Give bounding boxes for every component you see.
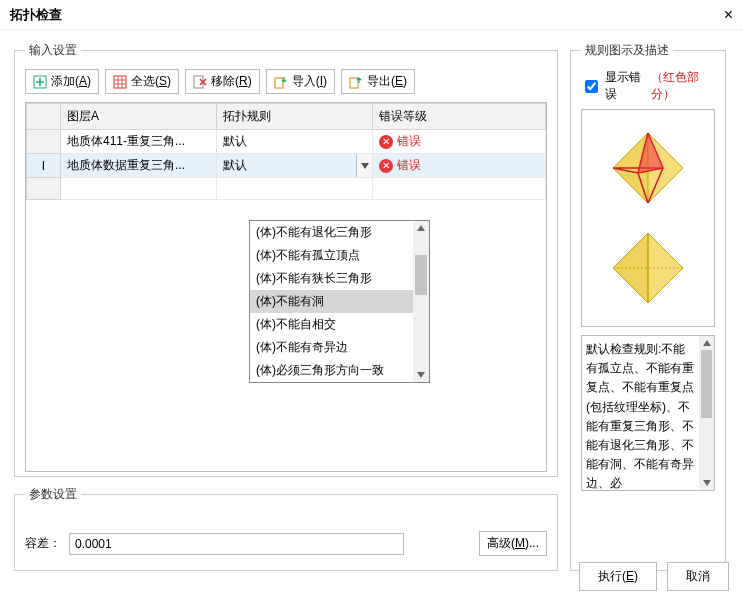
rule-description: 默认检查规则:不能有孤立点、不能有重复点、不能有重复点(包括纹理坐标)、不能有重…	[581, 335, 715, 491]
input-settings-group: 输入设置 添加(A) 全选(S)	[14, 42, 558, 477]
rule-dropdown[interactable]: (体)不能有退化三角形(体)不能有孤立顶点(体)不能有狭长三角形(体)不能有洞(…	[249, 220, 430, 383]
dialog-window: 拓扑检查 × 输入设置 添加(A) 全选(S)	[0, 0, 743, 603]
error-text: 错误	[397, 133, 421, 150]
svg-rect-3	[275, 78, 283, 88]
advanced-label: 高级(M)...	[487, 535, 539, 552]
description-scrollbar[interactable]	[699, 336, 714, 490]
param-settings-legend: 参数设置	[25, 486, 81, 503]
dropdown-item[interactable]: (体)不能有退化三角形	[250, 221, 413, 244]
add-label: 添加(A)	[51, 73, 91, 90]
plain-polyhedron-icon	[608, 228, 688, 308]
svg-rect-1	[114, 76, 126, 88]
cell-layer[interactable]: 地质体411-重复三角...	[61, 130, 217, 154]
error-text: 错误	[397, 157, 421, 174]
dropdown-item[interactable]: (体)不能有洞	[250, 290, 413, 313]
dropdown-item[interactable]: (体)不能有奇异边	[250, 336, 413, 359]
dropdown-item[interactable]: (体)必须三角形方向一致	[250, 359, 413, 382]
scroll-up-icon[interactable]	[413, 221, 429, 235]
plus-icon	[33, 75, 47, 89]
execute-label: 执行(E)	[598, 568, 638, 585]
rule-dropdown-list: (体)不能有退化三角形(体)不能有孤立顶点(体)不能有狭长三角形(体)不能有洞(…	[250, 221, 413, 382]
cell-level[interactable]: ✕错误	[373, 130, 546, 154]
dropdown-item[interactable]: (体)不能有孤立顶点	[250, 244, 413, 267]
add-button[interactable]: 添加(A)	[25, 69, 99, 94]
tolerance-row: 容差： 高级(M)...	[25, 531, 547, 556]
import-icon	[274, 75, 288, 89]
input-settings-legend: 输入设置	[25, 42, 81, 59]
error-icon: ✕	[379, 135, 393, 149]
col-rowhead[interactable]	[27, 104, 61, 130]
show-error-suffix: （红色部分）	[651, 69, 715, 103]
error-polyhedron-icon	[608, 128, 688, 208]
scroll-track[interactable]	[413, 295, 429, 368]
error-icon: ✕	[379, 159, 393, 173]
select-all-label: 全选(S)	[131, 73, 171, 90]
select-all-button[interactable]: 全选(S)	[105, 69, 179, 94]
cell-level[interactable]: ✕错误	[373, 154, 546, 178]
export-button[interactable]: 导出(E)	[341, 69, 415, 94]
rule-preview	[581, 109, 715, 327]
tolerance-input[interactable]	[69, 533, 404, 555]
desc-scroll-up-icon[interactable]	[699, 336, 714, 350]
show-error-checkbox-row[interactable]: 显示错误（红色部分）	[581, 69, 715, 103]
grid-icon	[113, 75, 127, 89]
titlebar: 拓扑检查 ×	[0, 0, 743, 30]
table-row[interactable]: I地质体数据重复三角...默认✕错误	[27, 154, 546, 178]
rule-description-text: 默认检查规则:不能有孤立点、不能有重复点、不能有重复点(包括纹理坐标)、不能有重…	[586, 340, 710, 491]
export-label: 导出(E)	[367, 73, 407, 90]
dropdown-toggle-icon[interactable]	[356, 154, 372, 177]
desc-scroll-track[interactable]	[699, 418, 714, 476]
show-error-label: 显示错误	[605, 69, 647, 103]
export-icon	[349, 75, 363, 89]
rule-illustration-legend: 规则图示及描述	[581, 42, 673, 59]
remove-button[interactable]: 移除(R)	[185, 69, 260, 94]
remove-label: 移除(R)	[211, 73, 252, 90]
import-button[interactable]: 导入(I)	[266, 69, 335, 94]
footer-buttons: 执行(E) 取消	[579, 562, 729, 591]
scroll-down-icon[interactable]	[413, 368, 429, 382]
desc-scroll-down-icon[interactable]	[699, 476, 714, 490]
toolbar: 添加(A) 全选(S) 移除(R)	[25, 69, 547, 94]
row-marker: I	[27, 154, 61, 178]
tolerance-label: 容差：	[25, 535, 61, 552]
show-error-checkbox[interactable]	[585, 80, 598, 93]
dropdown-item[interactable]: (体)不能有狭长三角形	[250, 267, 413, 290]
table-row[interactable]: 地质体411-重复三角...默认✕错误	[27, 130, 546, 154]
cancel-label: 取消	[686, 568, 710, 585]
remove-icon	[193, 75, 207, 89]
col-level[interactable]: 错误等级	[373, 104, 546, 130]
execute-button[interactable]: 执行(E)	[579, 562, 657, 591]
rules-table: 图层A 拓扑规则 错误等级 地质体411-重复三角...默认✕错误I地质体数据重…	[26, 103, 546, 200]
desc-scroll-thumb[interactable]	[701, 350, 712, 418]
window-title: 拓扑检查	[10, 6, 62, 24]
rules-table-wrap: 图层A 拓扑规则 错误等级 地质体411-重复三角...默认✕错误I地质体数据重…	[25, 102, 547, 472]
close-icon[interactable]: ×	[724, 6, 733, 24]
cell-layer[interactable]: 地质体数据重复三角...	[61, 154, 217, 178]
col-layer[interactable]: 图层A	[61, 104, 217, 130]
row-marker	[27, 130, 61, 154]
dropdown-item[interactable]: (体)不能自相交	[250, 313, 413, 336]
scroll-thumb[interactable]	[415, 255, 427, 295]
svg-rect-2	[194, 76, 203, 88]
rule-illustration-group: 规则图示及描述 显示错误（红色部分）	[570, 42, 726, 571]
cell-rule[interactable]: 默认	[217, 130, 373, 154]
dropdown-scrollbar[interactable]	[413, 221, 429, 382]
table-row-empty	[27, 178, 546, 200]
dialog-body: 输入设置 添加(A) 全选(S)	[0, 30, 743, 603]
import-label: 导入(I)	[292, 73, 327, 90]
advanced-button[interactable]: 高级(M)...	[479, 531, 547, 556]
cell-rule[interactable]: 默认	[217, 154, 373, 178]
param-settings-group: 参数设置 容差： 高级(M)...	[14, 486, 558, 571]
col-rule[interactable]: 拓扑规则	[217, 104, 373, 130]
cancel-button[interactable]: 取消	[667, 562, 729, 591]
